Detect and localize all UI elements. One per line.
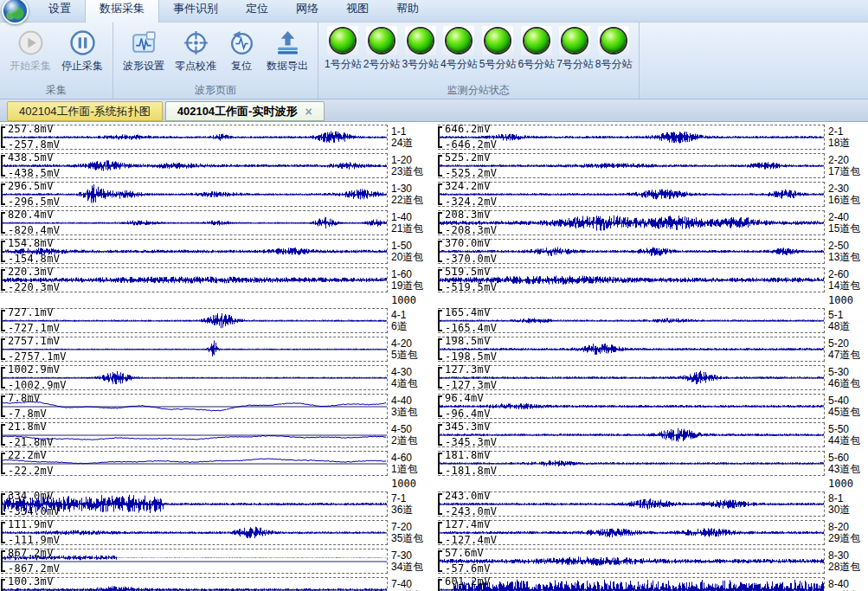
trace-vmin-label: -220.3mV	[8, 282, 60, 293]
menu-help[interactable]: 帮助	[383, 0, 433, 22]
tab-realtime-waveform[interactable]: 402104工作面-实时波形 ×	[165, 101, 325, 121]
tab-topology-map[interactable]: 402104工作面-系统拓扑图	[7, 101, 163, 121]
trace-plot-area: 345.3mV-345.3mV	[438, 422, 825, 447]
trace-plot-area: 867.2mV-867.2mV	[1, 549, 388, 574]
axis-bracket	[1, 269, 5, 291]
waveform-settings-icon	[129, 28, 158, 57]
trace-plot-area: 181.8mV-181.8mV	[438, 451, 825, 476]
trace-channel-label: 1-3022道包	[388, 180, 431, 209]
trace-plot-area: 96.4mV-96.4mV	[438, 394, 825, 419]
stop-capture-button[interactable]: 停止采集	[56, 26, 108, 75]
channel-id: 2-1	[828, 126, 868, 138]
start-capture-button[interactable]: 开始采集	[4, 26, 56, 75]
channel-id: 8-20	[828, 522, 868, 533]
trace-vmax-label: 127.3mV	[445, 364, 491, 376]
station-indicator-7[interactable]: 7号分站	[556, 25, 595, 73]
channel-id: 1-1	[391, 126, 431, 138]
station-indicator-3[interactable]: 3号分站	[401, 25, 440, 73]
channel-number: 19道包	[391, 280, 431, 292]
waveform-trace-row: 111.9mV-111.9mV7-2035道包	[1, 518, 431, 547]
menu-network[interactable]: 网络	[282, 0, 332, 22]
axis-bracket	[438, 453, 442, 474]
trace-vmin-label: -57.6mV	[445, 563, 491, 575]
data-export-icon	[273, 28, 302, 57]
zero-calibration-label: 零点校准	[175, 59, 216, 74]
axis-bracket	[438, 493, 442, 515]
ribbon-group-waveform-page: 波形设置 零点校准 复位 数据导出 波形页面	[113, 22, 318, 99]
station-indicator-2[interactable]: 2号分站	[363, 25, 402, 73]
trace-plot-box: 867.2mV-867.2mV	[1, 549, 388, 574]
reset-button[interactable]: 复位	[222, 26, 261, 75]
trace-plot-box: 220.3mV-220.3mV	[1, 267, 388, 292]
trace-plot-area: 525.2mV-525.2mV	[438, 153, 825, 178]
axis-bracket	[438, 269, 442, 291]
group-label-capture: 采集	[0, 84, 113, 99]
menu-view[interactable]: 视图	[332, 0, 383, 22]
channel-id: 5-40	[828, 395, 868, 407]
trace-plot-box: 646.2mV-646.2mV	[438, 125, 825, 150]
station-indicator-6[interactable]: 6号分站	[517, 25, 556, 73]
trace-plot-area: 154.8mV-154.8mV	[1, 239, 388, 264]
close-icon[interactable]: ×	[305, 106, 312, 118]
waveform-canvas	[438, 578, 824, 591]
station-indicator-8[interactable]: 8号分站	[595, 25, 633, 73]
trace-plot-box: 111.9mV-111.9mV	[1, 520, 388, 545]
station-label: 4号分站	[440, 57, 478, 72]
axis-bracket	[438, 126, 442, 148]
time-axis-max-label: 1000	[388, 478, 431, 490]
trace-plot-area: 370.0mV-370.0mV	[438, 239, 825, 264]
menu-location[interactable]: 定位	[232, 0, 282, 22]
app-logo-icon[interactable]	[2, 0, 29, 24]
stop-capture-label: 停止采集	[61, 59, 103, 74]
waveform-trace-row: 867.2mV-867.2mV7-3034道包	[1, 547, 431, 575]
trace-vmax-label: 7.8mV	[8, 393, 41, 404]
trace-vmin-label: -181.8mV	[445, 466, 497, 477]
trace-vmin-label: -519.5mV	[445, 282, 497, 293]
led-light	[331, 29, 355, 53]
trace-vmin-label: -154.8mV	[8, 254, 60, 265]
trace-channel-label: 5-5044道包	[825, 421, 868, 449]
trace-channel-label: 1-5020道包	[388, 237, 431, 266]
axis-bracket	[438, 579, 442, 591]
trace-channel-label: 1-2023道包	[388, 151, 431, 180]
trace-vmin-label: -2757.1mV	[8, 351, 67, 363]
trace-vmin-label: -127.3mV	[445, 380, 497, 391]
axis-bracket	[1, 493, 5, 515]
station-label: 7号分站	[556, 57, 594, 72]
waveform-trace-row: 334.0mV-334.0mV7-136道	[1, 490, 431, 518]
menu-bar: 设置 数据采集 事件识别 定位 网络 视图 帮助	[0, 0, 868, 22]
trace-plot-box: 296.5mV-296.5mV	[1, 182, 388, 207]
waveform-settings-button[interactable]: 波形设置	[118, 26, 170, 75]
tab-topology-label: 402104工作面-系统拓扑图	[19, 104, 151, 119]
axis-bracket	[1, 453, 5, 474]
trace-channel-label: 2-2017道包	[825, 151, 868, 180]
trace-channel-label: 4-403道包	[388, 392, 431, 421]
trace-plot-area: 111.9mV-111.9mV	[1, 520, 388, 545]
station-indicator-1[interactable]: 1号分站	[324, 25, 363, 73]
menu-event-recognition[interactable]: 事件识别	[159, 0, 232, 22]
trace-vmax-label: 208.3mV	[445, 209, 491, 221]
trace-plot-area: 165.4mV-165.4mV	[438, 308, 825, 333]
channel-id: 1-20	[391, 155, 431, 166]
zero-calibration-button[interactable]: 零点校准	[170, 26, 222, 75]
trace-channel-label: 2-6014道包	[825, 266, 868, 294]
station-indicator-5[interactable]: 5号分站	[479, 25, 518, 73]
trace-plot-box: 345.3mV-345.3mV	[438, 422, 825, 447]
reset-label: 复位	[231, 59, 252, 74]
waveform-canvas	[1, 578, 387, 591]
data-export-button[interactable]: 数据导出	[261, 26, 313, 75]
menu-data-capture[interactable]: 数据采集	[85, 0, 159, 22]
trace-plot-box: 154.8mV-154.8mV	[1, 239, 388, 264]
waveform-canvas	[438, 395, 824, 418]
trace-plot-area: 519.5mV-519.5mV	[438, 267, 825, 292]
led-light	[370, 29, 394, 53]
channel-id: 5-60	[828, 453, 868, 464]
axis-bracket	[1, 395, 5, 417]
channel-id: 4-40	[391, 395, 431, 407]
menu-settings[interactable]: 设置	[35, 0, 85, 22]
trace-channel-label: 8-4027道包	[825, 575, 868, 591]
station-indicator-4[interactable]: 4号分站	[440, 25, 479, 73]
channel-number: 4道包	[391, 378, 431, 389]
axis-bracket	[438, 367, 442, 389]
channel-id: 7-1	[391, 493, 431, 504]
